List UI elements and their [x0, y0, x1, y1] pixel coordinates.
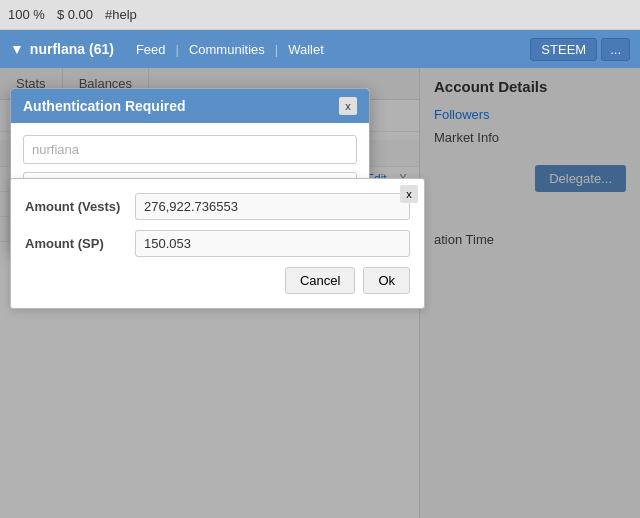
nav-bar: ▼ nurflana (61) Feed | Communities | Wal… — [0, 30, 640, 68]
top-bar: 100 % $ 0.00 #help — [0, 0, 640, 30]
help-link[interactable]: #help — [105, 7, 137, 22]
nav-right: STEEM ... — [530, 38, 630, 61]
nav-link-communities[interactable]: Communities — [179, 42, 275, 57]
auth-dialog-title: Authentication Required — [23, 98, 186, 114]
amount-vests-input[interactable] — [135, 193, 410, 220]
amount-vests-label: Amount (Vests) — [25, 199, 135, 214]
auth-username-input[interactable] — [23, 135, 357, 164]
form-cancel-button[interactable]: Cancel — [285, 267, 355, 294]
auth-close-button[interactable]: x — [339, 97, 357, 115]
form-close-button[interactable]: x — [400, 185, 418, 203]
nav-link-feed[interactable]: Feed — [126, 42, 176, 57]
delegation-form: x Amount (Vests) Amount (SP) Cancel Ok — [10, 178, 425, 309]
more-button[interactable]: ... — [601, 38, 630, 61]
amount-sp-label: Amount (SP) — [25, 236, 135, 251]
amount-sp-input[interactable] — [135, 230, 410, 257]
nav-link-wallet[interactable]: Wallet — [278, 42, 334, 57]
auth-dialog-header: Authentication Required x — [11, 89, 369, 123]
content-area: Stats Balances Witness Details Delegatio… — [0, 68, 640, 518]
nav-brand: ▼ nurflana (61) — [10, 41, 114, 57]
amount-vests-row: Amount (Vests) — [25, 193, 410, 220]
steem-button[interactable]: STEEM — [530, 38, 597, 61]
amount-sp-row: Amount (SP) — [25, 230, 410, 257]
form-ok-button[interactable]: Ok — [363, 267, 410, 294]
brand-label: nurflana (61) — [30, 41, 114, 57]
amount-display: $ 0.00 — [57, 7, 93, 22]
percent-display: 100 % — [8, 7, 45, 22]
dropdown-arrow[interactable]: ▼ — [10, 41, 24, 57]
form-buttons: Cancel Ok — [25, 267, 410, 294]
